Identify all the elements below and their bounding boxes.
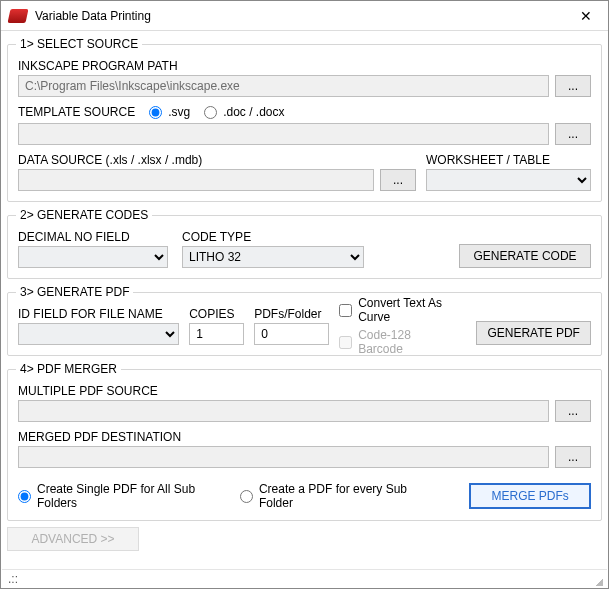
section-generate-codes: 2> GENERATE CODES DECIMAL NO FIELD CODE …: [7, 208, 602, 279]
worksheet-label: WORKSHEET / TABLE: [426, 153, 591, 167]
advanced-button: ADVANCED >>: [7, 527, 139, 551]
idfield-select[interactable]: [18, 323, 179, 345]
merge-radio-every[interactable]: Create a PDF for every Sub Folder: [240, 482, 425, 510]
merge-radio-every-label: Create a PDF for every Sub Folder: [259, 482, 425, 510]
data-source-label: DATA SOURCE (.xls / .xlsx / .mdb): [18, 153, 416, 167]
resize-grip-icon[interactable]: [591, 574, 603, 586]
section4-legend: 4> PDF MERGER: [16, 362, 121, 376]
ellipsis-icon: ...: [568, 79, 578, 93]
code128-checkbox: Code-128 Barcode: [339, 328, 456, 356]
merge-pdfs-button[interactable]: MERGE PDFs: [469, 483, 591, 509]
ellipsis-icon: ...: [568, 404, 578, 418]
merge-radio-single-input[interactable]: [18, 490, 31, 503]
convert-curve-checkbox[interactable]: Convert Text As Curve: [339, 296, 456, 324]
client-area: 1> SELECT SOURCE INKSCAPE PROGRAM PATH .…: [1, 31, 608, 551]
template-radio-doc[interactable]: .doc / .docx: [204, 105, 284, 119]
ellipsis-icon: ...: [393, 173, 403, 187]
template-radio-doc-input[interactable]: [204, 106, 217, 119]
inkscape-path-label: INKSCAPE PROGRAM PATH: [18, 59, 591, 73]
ellipsis-icon: ...: [568, 450, 578, 464]
section1-legend: 1> SELECT SOURCE: [16, 37, 142, 51]
generate-pdf-button[interactable]: GENERATE PDF: [476, 321, 591, 345]
merge-radio-single-label: Create Single PDF for All Sub Folders: [37, 482, 218, 510]
status-bar: .::: [2, 569, 607, 587]
pdfsfolder-label: PDFs/Folder: [254, 307, 329, 321]
copies-label: COPIES: [189, 307, 244, 321]
multiple-source-input[interactable]: [18, 400, 549, 422]
app-icon: [8, 9, 29, 23]
merge-radio-every-input[interactable]: [240, 490, 253, 503]
data-source-input[interactable]: [18, 169, 374, 191]
codetype-label: CODE TYPE: [182, 230, 364, 244]
close-button[interactable]: ✕: [564, 1, 608, 30]
worksheet-select[interactable]: [426, 169, 591, 191]
decimal-label: DECIMAL NO FIELD: [18, 230, 168, 244]
code128-label: Code-128 Barcode: [358, 328, 456, 356]
template-browse-button[interactable]: ...: [555, 123, 591, 145]
template-radio-svg[interactable]: .svg: [149, 105, 190, 119]
window-title: Variable Data Printing: [35, 9, 564, 23]
merged-dest-browse-button[interactable]: ...: [555, 446, 591, 468]
close-icon: ✕: [580, 8, 592, 24]
template-source-label: TEMPLATE SOURCE: [18, 105, 135, 119]
idfield-label: ID FIELD FOR FILE NAME: [18, 307, 179, 321]
status-text: .::: [6, 572, 18, 586]
template-source-input[interactable]: [18, 123, 549, 145]
multiple-source-label: MULTIPLE PDF SOURCE: [18, 384, 591, 398]
multiple-source-browse-button[interactable]: ...: [555, 400, 591, 422]
section-pdf-merger: 4> PDF MERGER MULTIPLE PDF SOURCE ... ME…: [7, 362, 602, 521]
merged-dest-input[interactable]: [18, 446, 549, 468]
section-select-source: 1> SELECT SOURCE INKSCAPE PROGRAM PATH .…: [7, 37, 602, 202]
copies-input[interactable]: [189, 323, 244, 345]
pdfsfolder-input[interactable]: [254, 323, 329, 345]
decimal-select[interactable]: [18, 246, 168, 268]
merge-radio-single[interactable]: Create Single PDF for All Sub Folders: [18, 482, 218, 510]
generate-code-button[interactable]: GENERATE CODE: [459, 244, 591, 268]
ellipsis-icon: ...: [568, 127, 578, 141]
convert-curve-input[interactable]: [339, 304, 352, 317]
section3-legend: 3> GENERATE PDF: [16, 285, 133, 299]
section-generate-pdf: 3> GENERATE PDF ID FIELD FOR FILE NAME C…: [7, 285, 602, 356]
convert-curve-label: Convert Text As Curve: [358, 296, 456, 324]
template-radio-svg-label: .svg: [168, 105, 190, 119]
code128-input: [339, 336, 352, 349]
section2-legend: 2> GENERATE CODES: [16, 208, 152, 222]
template-radio-svg-input[interactable]: [149, 106, 162, 119]
title-bar: Variable Data Printing ✕: [1, 1, 608, 31]
inkscape-browse-button[interactable]: ...: [555, 75, 591, 97]
data-source-browse-button[interactable]: ...: [380, 169, 416, 191]
merged-dest-label: MERGED PDF DESTINATION: [18, 430, 591, 444]
inkscape-path-input[interactable]: [18, 75, 549, 97]
codetype-select[interactable]: LITHO 32: [182, 246, 364, 268]
template-radio-doc-label: .doc / .docx: [223, 105, 284, 119]
